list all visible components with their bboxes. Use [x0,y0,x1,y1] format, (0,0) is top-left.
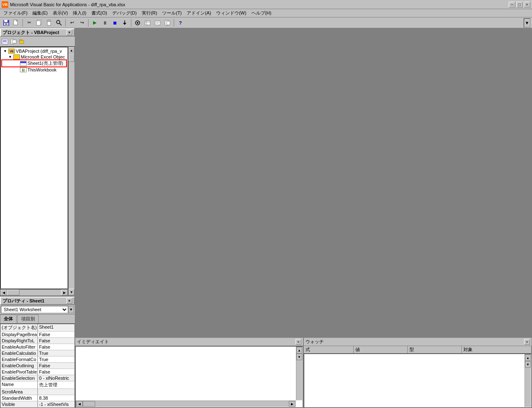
watch-content[interactable]: ▲ ▼ [304,354,532,408]
prop-name-enablepivottable: EnablePivotTable [0,369,38,375]
toolbar-object-browser[interactable] [163,18,172,27]
prop-value-scrollarea[interactable] [38,389,74,395]
imm-hscroll-track [83,401,289,407]
tree-node-thisworkbook[interactable]: 📗 ThisWorkbook [2,67,66,73]
project-panel-close[interactable]: × [66,29,72,35]
svg-rect-3 [5,23,7,25]
project-panel: プロジェクト - VBAProject × [0,28,75,296]
tree-node-excel-objects[interactable]: ▼ Microsoft Excel Objec [2,54,66,60]
immediate-hscrollbar[interactable]: ◀ ▶ [76,401,296,407]
prop-value-displayrighttol[interactable]: False [38,338,74,344]
prop-name-visible: Visible [0,401,38,407]
menu-format[interactable]: 書式(O) [89,9,110,17]
props-table: (オブジェクト名) Sheet1 DisplayPageBrea False D… [0,324,75,408]
prop-value-enableformatco[interactable]: True [38,356,74,362]
project-hscrollbar[interactable]: ◀ ▶ [0,289,68,296]
hscroll-right[interactable]: ▶ [61,290,68,295]
watch-scroll-up[interactable]: ▲ [525,354,531,361]
vscroll-track [69,54,74,289]
toolbar-find[interactable] [54,18,64,27]
toolbar-redo[interactable]: ↪ [77,18,86,27]
immediate-close[interactable]: × [296,339,301,345]
prop-value-enableautofilter[interactable]: False [38,344,74,350]
immediate-vscrollbar[interactable]: ▲ ▼ [296,347,303,401]
watch-panel: ウォッチ × 式 値 型 対象 ▲ ▼ [303,337,532,408]
tree-node-sheet1[interactable]: Sheet1(売上管理) [2,60,66,67]
toolbar-sep5 [174,19,174,27]
svg-rect-24 [2,39,8,44]
vscroll-down[interactable]: ▼ [69,289,74,295]
toolbar-copy[interactable] [34,18,44,27]
code-editor[interactable] [75,28,532,337]
prop-value-objectname[interactable]: Sheet1 [38,324,74,331]
dropdown-arrow[interactable]: ▼ [68,306,74,313]
prop-value-enableoutlining[interactable]: False [38,363,74,369]
watch-close[interactable]: × [524,339,530,345]
toolbar-scroll-arrow[interactable]: ▼ [524,18,530,27]
props-table-container: (オブジェクト名) Sheet1 DisplayPageBrea False D… [0,324,75,408]
toolbar-run[interactable]: ▶ [90,18,99,27]
menu-window[interactable]: ウィンドウ(W) [214,9,249,17]
restore-button[interactable]: □ [516,2,523,7]
project-view-code[interactable] [1,38,9,45]
props-tab-category[interactable]: 項目別 [17,315,39,323]
watch-vscrollbar[interactable]: ▲ ▼ [525,354,531,407]
menu-help[interactable]: ヘルプ(H) [249,9,274,17]
imm-hscroll-left[interactable]: ◀ [76,401,83,407]
props-close[interactable]: × [66,298,72,304]
watch-scroll-down[interactable]: ▼ [525,361,531,368]
menu-addins[interactable]: アドイン(A) [184,9,214,17]
toolbar-cut[interactable]: ✂ [25,18,34,27]
toolbar-stop[interactable]: ⏹ [110,18,119,27]
prop-row-standardwidth: StandardWidth 8.38 [0,395,74,401]
toolbar-watch[interactable] [133,18,142,27]
toolbar-pause[interactable]: ⏸ [100,18,109,27]
hscroll-left[interactable]: ◀ [0,290,7,295]
prop-value-standardwidth[interactable]: 8.38 [38,395,74,401]
close-button[interactable]: × [524,2,530,7]
toolbar-file[interactable] [12,18,21,27]
toolbar-help[interactable]: ? [176,18,185,27]
menu-tools[interactable]: ツール(T) [160,9,184,17]
imm-hscroll-right[interactable]: ▶ [289,401,296,407]
imm-scroll-up[interactable]: ▲ [296,347,302,354]
menu-file[interactable]: ファイル(F) [1,9,30,17]
project-toggle-folders[interactable] [18,38,27,45]
props-tabs: 全体 項目別 [0,315,75,324]
project-panel-toolbar [0,37,75,47]
tree-node-vbaproject[interactable]: ▼ VB VBAProject (diff_rpa_v [2,48,66,54]
props-tab-all[interactable]: 全体 [0,315,17,323]
imm-scroll-down[interactable]: ▼ [296,354,302,360]
toolbar-locals[interactable] [143,18,152,27]
project-panel-title: プロジェクト - VBAProject [2,29,66,36]
menu-insert[interactable]: 挿入(I) [70,9,89,17]
props-title: プロパティ - Sheet1 [2,298,44,304]
props-object-dropdown[interactable]: Sheet1 Worksheet [1,306,68,313]
menu-debug[interactable]: デバッグ(D) [110,9,139,17]
prop-name-objectname: (オブジェクト名) [0,324,38,331]
prop-value-displaypagebrea[interactable]: False [38,332,74,337]
toolbar-paste[interactable] [44,18,54,27]
watch-col-type: 型 [408,346,462,353]
prop-value-visible[interactable]: -1 - xlSheetVis [38,401,74,407]
toolbar-step-into[interactable] [120,18,129,27]
prop-value-enablepivottable[interactable]: False [38,369,74,375]
vscroll-up[interactable]: ▲ [69,47,74,54]
prop-value-name[interactable]: 売上管理 [38,381,74,388]
menu-view[interactable]: 表示(V) [50,9,71,17]
menu-edit[interactable]: 編集(E) [30,9,50,17]
project-view-object[interactable] [10,38,18,45]
prop-value-enablecalculatio[interactable]: True [38,350,74,356]
toolbar-undo[interactable]: ↩ [67,18,76,27]
prop-value-enableselection[interactable]: 0 - xlNoRestric [38,375,74,381]
toolbar-immediate[interactable] [153,18,162,27]
toolbar: ✂ ↩ ↪ ▶ ⏸ ⏹ ? ▼ [0,17,532,28]
minimize-button[interactable]: ─ [509,2,515,7]
toolbar-save[interactable] [2,18,11,27]
prop-name-displayrighttol: DisplayRightToL [0,338,38,344]
menu-run[interactable]: 実行(R) [139,9,160,17]
immediate-content[interactable]: ▲ ▼ ◀ ▶ [75,346,303,408]
watch-col-expr: 式 [304,346,354,353]
prop-row-objectname: (オブジェクト名) Sheet1 [0,324,74,332]
svg-rect-29 [12,40,16,43]
